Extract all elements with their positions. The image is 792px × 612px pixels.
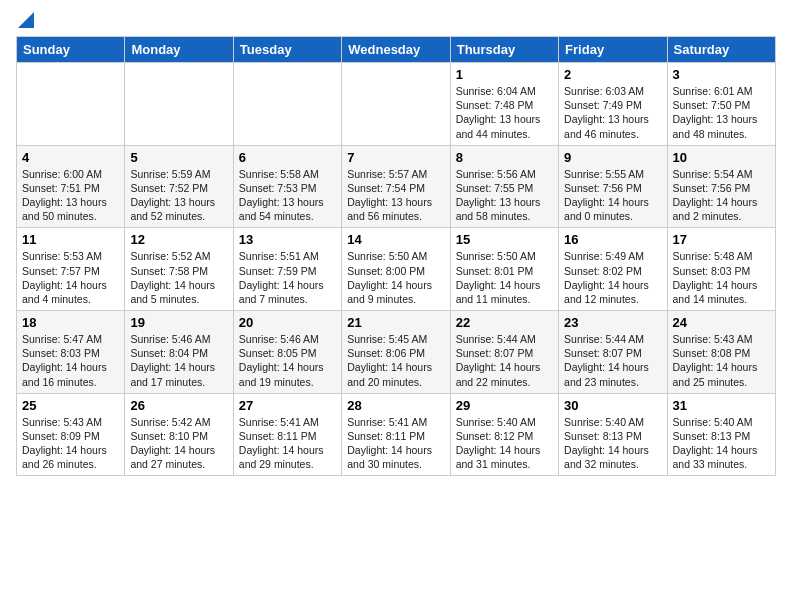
calendar-day-29: 29Sunrise: 5:40 AMSunset: 8:12 PMDayligh…	[450, 393, 558, 476]
day-number: 2	[564, 67, 661, 82]
day-info: Sunrise: 5:42 AMSunset: 8:10 PMDaylight:…	[130, 415, 227, 472]
calendar-day-11: 11Sunrise: 5:53 AMSunset: 7:57 PMDayligh…	[17, 228, 125, 311]
day-number: 13	[239, 232, 336, 247]
day-info: Sunrise: 5:55 AMSunset: 7:56 PMDaylight:…	[564, 167, 661, 224]
day-info: Sunrise: 5:40 AMSunset: 8:13 PMDaylight:…	[673, 415, 770, 472]
day-number: 23	[564, 315, 661, 330]
calendar-day-10: 10Sunrise: 5:54 AMSunset: 7:56 PMDayligh…	[667, 145, 775, 228]
day-info: Sunrise: 5:41 AMSunset: 8:11 PMDaylight:…	[347, 415, 444, 472]
calendar-day-22: 22Sunrise: 5:44 AMSunset: 8:07 PMDayligh…	[450, 311, 558, 394]
day-number: 3	[673, 67, 770, 82]
weekday-header-tuesday: Tuesday	[233, 37, 341, 63]
day-number: 7	[347, 150, 444, 165]
calendar-day-23: 23Sunrise: 5:44 AMSunset: 8:07 PMDayligh…	[559, 311, 667, 394]
calendar-day-15: 15Sunrise: 5:50 AMSunset: 8:01 PMDayligh…	[450, 228, 558, 311]
day-number: 27	[239, 398, 336, 413]
calendar-day-31: 31Sunrise: 5:40 AMSunset: 8:13 PMDayligh…	[667, 393, 775, 476]
calendar-empty-cell	[17, 63, 125, 146]
day-number: 28	[347, 398, 444, 413]
day-number: 15	[456, 232, 553, 247]
calendar-day-19: 19Sunrise: 5:46 AMSunset: 8:04 PMDayligh…	[125, 311, 233, 394]
calendar-week-row: 1Sunrise: 6:04 AMSunset: 7:48 PMDaylight…	[17, 63, 776, 146]
calendar-empty-cell	[233, 63, 341, 146]
weekday-header-row: SundayMondayTuesdayWednesdayThursdayFrid…	[17, 37, 776, 63]
calendar-day-30: 30Sunrise: 5:40 AMSunset: 8:13 PMDayligh…	[559, 393, 667, 476]
page-header	[16, 16, 776, 24]
day-info: Sunrise: 5:48 AMSunset: 8:03 PMDaylight:…	[673, 249, 770, 306]
weekday-header-wednesday: Wednesday	[342, 37, 450, 63]
calendar-day-12: 12Sunrise: 5:52 AMSunset: 7:58 PMDayligh…	[125, 228, 233, 311]
calendar-day-24: 24Sunrise: 5:43 AMSunset: 8:08 PMDayligh…	[667, 311, 775, 394]
calendar-day-6: 6Sunrise: 5:58 AMSunset: 7:53 PMDaylight…	[233, 145, 341, 228]
day-number: 31	[673, 398, 770, 413]
day-info: Sunrise: 5:49 AMSunset: 8:02 PMDaylight:…	[564, 249, 661, 306]
day-info: Sunrise: 5:51 AMSunset: 7:59 PMDaylight:…	[239, 249, 336, 306]
day-number: 22	[456, 315, 553, 330]
day-number: 24	[673, 315, 770, 330]
day-info: Sunrise: 6:03 AMSunset: 7:49 PMDaylight:…	[564, 84, 661, 141]
day-info: Sunrise: 5:50 AMSunset: 8:01 PMDaylight:…	[456, 249, 553, 306]
day-info: Sunrise: 5:56 AMSunset: 7:55 PMDaylight:…	[456, 167, 553, 224]
calendar-day-4: 4Sunrise: 6:00 AMSunset: 7:51 PMDaylight…	[17, 145, 125, 228]
weekday-header-monday: Monday	[125, 37, 233, 63]
day-info: Sunrise: 5:45 AMSunset: 8:06 PMDaylight:…	[347, 332, 444, 389]
day-number: 4	[22, 150, 119, 165]
day-info: Sunrise: 6:01 AMSunset: 7:50 PMDaylight:…	[673, 84, 770, 141]
day-number: 9	[564, 150, 661, 165]
calendar-day-3: 3Sunrise: 6:01 AMSunset: 7:50 PMDaylight…	[667, 63, 775, 146]
calendar-day-5: 5Sunrise: 5:59 AMSunset: 7:52 PMDaylight…	[125, 145, 233, 228]
day-number: 5	[130, 150, 227, 165]
day-number: 8	[456, 150, 553, 165]
day-info: Sunrise: 5:44 AMSunset: 8:07 PMDaylight:…	[456, 332, 553, 389]
day-number: 26	[130, 398, 227, 413]
calendar-day-7: 7Sunrise: 5:57 AMSunset: 7:54 PMDaylight…	[342, 145, 450, 228]
svg-marker-0	[18, 12, 34, 28]
calendar-week-row: 25Sunrise: 5:43 AMSunset: 8:09 PMDayligh…	[17, 393, 776, 476]
day-info: Sunrise: 5:43 AMSunset: 8:09 PMDaylight:…	[22, 415, 119, 472]
day-info: Sunrise: 5:57 AMSunset: 7:54 PMDaylight:…	[347, 167, 444, 224]
calendar-day-13: 13Sunrise: 5:51 AMSunset: 7:59 PMDayligh…	[233, 228, 341, 311]
day-number: 17	[673, 232, 770, 247]
day-number: 20	[239, 315, 336, 330]
day-info: Sunrise: 5:59 AMSunset: 7:52 PMDaylight:…	[130, 167, 227, 224]
day-number: 10	[673, 150, 770, 165]
day-number: 16	[564, 232, 661, 247]
calendar-day-16: 16Sunrise: 5:49 AMSunset: 8:02 PMDayligh…	[559, 228, 667, 311]
calendar-day-26: 26Sunrise: 5:42 AMSunset: 8:10 PMDayligh…	[125, 393, 233, 476]
day-info: Sunrise: 5:58 AMSunset: 7:53 PMDaylight:…	[239, 167, 336, 224]
calendar-week-row: 11Sunrise: 5:53 AMSunset: 7:57 PMDayligh…	[17, 228, 776, 311]
calendar-empty-cell	[125, 63, 233, 146]
day-info: Sunrise: 6:04 AMSunset: 7:48 PMDaylight:…	[456, 84, 553, 141]
logo	[16, 16, 34, 24]
day-info: Sunrise: 5:52 AMSunset: 7:58 PMDaylight:…	[130, 249, 227, 306]
day-info: Sunrise: 5:44 AMSunset: 8:07 PMDaylight:…	[564, 332, 661, 389]
weekday-header-sunday: Sunday	[17, 37, 125, 63]
calendar-day-25: 25Sunrise: 5:43 AMSunset: 8:09 PMDayligh…	[17, 393, 125, 476]
day-info: Sunrise: 5:46 AMSunset: 8:04 PMDaylight:…	[130, 332, 227, 389]
calendar-day-27: 27Sunrise: 5:41 AMSunset: 8:11 PMDayligh…	[233, 393, 341, 476]
day-number: 29	[456, 398, 553, 413]
day-number: 19	[130, 315, 227, 330]
calendar-day-20: 20Sunrise: 5:46 AMSunset: 8:05 PMDayligh…	[233, 311, 341, 394]
logo-triangle-icon	[18, 12, 34, 28]
day-number: 21	[347, 315, 444, 330]
day-info: Sunrise: 5:40 AMSunset: 8:13 PMDaylight:…	[564, 415, 661, 472]
day-number: 14	[347, 232, 444, 247]
calendar-week-row: 4Sunrise: 6:00 AMSunset: 7:51 PMDaylight…	[17, 145, 776, 228]
weekday-header-saturday: Saturday	[667, 37, 775, 63]
day-info: Sunrise: 5:41 AMSunset: 8:11 PMDaylight:…	[239, 415, 336, 472]
day-number: 25	[22, 398, 119, 413]
calendar-day-2: 2Sunrise: 6:03 AMSunset: 7:49 PMDaylight…	[559, 63, 667, 146]
calendar-day-8: 8Sunrise: 5:56 AMSunset: 7:55 PMDaylight…	[450, 145, 558, 228]
weekday-header-friday: Friday	[559, 37, 667, 63]
day-info: Sunrise: 5:47 AMSunset: 8:03 PMDaylight:…	[22, 332, 119, 389]
calendar-day-17: 17Sunrise: 5:48 AMSunset: 8:03 PMDayligh…	[667, 228, 775, 311]
day-info: Sunrise: 5:40 AMSunset: 8:12 PMDaylight:…	[456, 415, 553, 472]
calendar-table: SundayMondayTuesdayWednesdayThursdayFrid…	[16, 36, 776, 476]
day-number: 18	[22, 315, 119, 330]
calendar-day-1: 1Sunrise: 6:04 AMSunset: 7:48 PMDaylight…	[450, 63, 558, 146]
calendar-week-row: 18Sunrise: 5:47 AMSunset: 8:03 PMDayligh…	[17, 311, 776, 394]
calendar-day-9: 9Sunrise: 5:55 AMSunset: 7:56 PMDaylight…	[559, 145, 667, 228]
day-info: Sunrise: 5:46 AMSunset: 8:05 PMDaylight:…	[239, 332, 336, 389]
day-number: 11	[22, 232, 119, 247]
